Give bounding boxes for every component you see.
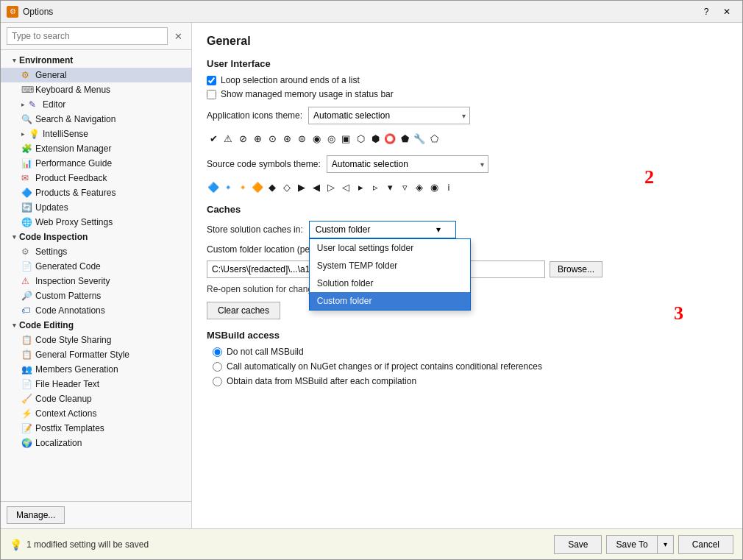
show-memory-label[interactable]: Show managed memory usage in status bar [221, 89, 394, 99]
store-caches-dropdown-button[interactable]: Custom folder ▾ [309, 221, 456, 238]
preview-icon-10: ▣ [339, 132, 352, 145]
msbuild-obtain-data-label[interactable]: Obtain data from MSBuild after each comp… [227, 376, 416, 386]
msbuild-auto-call-row: Call automatically on NuGet changes or i… [213, 361, 728, 372]
sidebar-item-formatter[interactable]: 📋 General Formatter Style [1, 347, 191, 362]
sidebar-item-search[interactable]: 🔍 Search & Navigation [1, 112, 191, 127]
msbuild-auto-call-radio[interactable] [213, 362, 222, 372]
sidebar-item-file-header[interactable]: 📄 File Header Text [1, 377, 191, 391]
source-symbols-row: Source code symbols theme: Automatic sel… [207, 155, 728, 173]
close-button[interactable]: ✕ [717, 4, 736, 20]
app-icons-row: Application icons theme: Automatic selec… [207, 107, 728, 124]
sym-icon-6: ◇ [280, 180, 294, 194]
sidebar-item-ci-settings[interactable]: ⚙ Settings [1, 244, 191, 259]
dropdown-item-solution-folder[interactable]: Solution folder [310, 274, 470, 292]
webproxy-icon: 🌐 [21, 217, 32, 227]
search-nav-icon: 🔍 [21, 114, 32, 124]
show-memory-row: Show managed memory usage in status bar [207, 89, 728, 99]
manage-button[interactable]: Manage... [7, 506, 65, 524]
dropdown-item-custom-folder[interactable]: Custom folder [310, 292, 470, 310]
browse-button[interactable]: Browse... [550, 261, 602, 277]
products-icon: 🔷 [21, 188, 32, 198]
msbuild-section: MSBuild access Do not call MSBuild Call … [207, 330, 728, 386]
show-memory-checkbox[interactable] [207, 90, 216, 99]
cancel-button[interactable]: Cancel [678, 535, 733, 554]
loop-selection-label[interactable]: Loop selection around ends of a list [221, 75, 360, 85]
sidebar-item-postfix[interactable]: 📝 Postfix Templates [1, 421, 191, 436]
sidebar-item-updates[interactable]: 🔄 Updates [1, 200, 191, 215]
sidebar-section-environment[interactable]: Environment [1, 53, 191, 68]
sym-icon-8: ◀ [310, 180, 323, 194]
loop-selection-row: Loop selection around ends of a list [207, 75, 728, 85]
help-button[interactable]: ? [697, 4, 716, 20]
sidebar-item-feedback[interactable]: ✉ Product Feedback [1, 171, 191, 185]
sym-icon-13: ▾ [383, 180, 397, 194]
formatter-icon: 📋 [21, 350, 32, 360]
sidebar-section-code-editing[interactable]: Code Editing [1, 318, 191, 333]
panel-title: General [207, 35, 728, 48]
preview-icon-9: ◎ [324, 132, 338, 145]
sidebar-item-code-style[interactable]: 📋 Code Style Sharing [1, 333, 191, 347]
preview-icon-14: ⬟ [398, 132, 411, 145]
dropdown-item-system-temp[interactable]: System TEMP folder [310, 257, 470, 274]
save-button[interactable]: Save [554, 535, 602, 554]
sidebar-item-keyboard[interactable]: ⌨ Keyboard & Menus [1, 82, 191, 97]
sym-icon-1: 🔷 [207, 180, 220, 194]
msbuild-radio-group: Do not call MSBuild Call automatically o… [207, 347, 728, 386]
msbuild-auto-call-label[interactable]: Call automatically on NuGet changes or i… [227, 361, 542, 372]
sidebar-item-extension[interactable]: 🧩 Extension Manager [1, 141, 191, 156]
sym-icon-5: ◆ [266, 180, 279, 194]
sidebar-item-inspection-severity[interactable]: ⚠ Inspection Severity [1, 274, 191, 288]
save-to-dropdown-arrow[interactable]: ▾ [657, 535, 674, 554]
sidebar-item-intellisense[interactable]: 💡 IntelliSense [1, 127, 191, 141]
msbuild-no-call-label[interactable]: Do not call MSBuild [227, 347, 304, 357]
source-symbols-select[interactable]: Automatic selection Light Dark [327, 155, 488, 173]
preview-icon-7: ⊜ [295, 132, 308, 145]
msbuild-obtain-data-radio[interactable] [213, 377, 222, 386]
sidebar-item-localization[interactable]: 🌍 Localization [1, 436, 191, 450]
general-icon: ⚙ [21, 70, 32, 80]
sidebar-item-code-annotations[interactable]: 🏷 Code Annotations [1, 303, 191, 318]
updates-icon: 🔄 [21, 202, 32, 213]
msbuild-no-call-row: Do not call MSBuild [213, 347, 728, 357]
sidebar-item-custom-patterns[interactable]: 🔎 Custom Patterns [1, 288, 191, 303]
sidebar-tree: Environment ⚙ General ⌨ Keyboard & Menus… [1, 50, 191, 501]
sym-icon-9: ▷ [324, 180, 338, 194]
app-icons-preview: ✔ ⚠ ⊘ ⊕ ⊙ ⊛ ⊜ ◉ ◎ ▣ ⬡ ⬢ ⭕ ⬟ 🔧 ⬠ [207, 132, 728, 145]
sidebar-section-code-inspection[interactable]: Code Inspection [1, 230, 191, 244]
sidebar-item-members[interactable]: 👥 Members Generation [1, 362, 191, 377]
extension-icon: 🧩 [21, 143, 32, 154]
caches-section-title: Caches [207, 204, 728, 215]
sidebar-item-products[interactable]: 🔷 Products & Features [1, 185, 191, 200]
sidebar-item-cleanup[interactable]: 🧹 Code Cleanup [1, 391, 191, 406]
sym-icon-7: ▶ [295, 180, 308, 194]
options-window: ⚙ Options ? ✕ ✕ Environment ⚙ General [0, 0, 743, 560]
localization-icon: 🌍 [21, 438, 32, 448]
sidebar-item-context-actions[interactable]: ⚡ Context Actions [1, 406, 191, 421]
preview-icon-2: ⚠ [221, 132, 235, 145]
preview-icon-1: ✔ [207, 132, 220, 145]
sidebar-item-generated[interactable]: 📄 Generated Code [1, 259, 191, 274]
postfix-icon: 📝 [21, 423, 32, 433]
performance-icon: 📊 [21, 158, 32, 169]
sym-icon-16: ◉ [427, 180, 441, 194]
clear-caches-button[interactable]: Clear caches [207, 302, 280, 319]
preview-icon-3: ⊘ [236, 132, 249, 145]
codestyle-icon: 📋 [21, 335, 32, 345]
dropdown-item-user-local[interactable]: User local settings folder [310, 239, 470, 257]
sidebar-item-editor[interactable]: ✎ Editor [1, 97, 191, 112]
search-clear-button[interactable]: ✕ [171, 29, 185, 43]
source-symbols-select-wrapper: Automatic selection Light Dark [327, 155, 488, 173]
store-caches-dropdown-container: Custom folder ▾ User local settings fold… [309, 221, 456, 238]
sidebar-item-performance[interactable]: 📊 Performance Guide [1, 156, 191, 171]
search-input[interactable] [7, 27, 168, 45]
sym-icon-14: ▿ [398, 180, 411, 194]
bottom-info: 💡 1 modified setting will be saved [10, 539, 547, 550]
loop-selection-checkbox[interactable] [207, 76, 216, 85]
msbuild-no-call-radio[interactable] [213, 347, 222, 357]
sidebar-item-general[interactable]: ⚙ General [1, 68, 191, 82]
preview-icon-6: ⊛ [280, 132, 294, 145]
preview-icon-5: ⊙ [266, 132, 279, 145]
sidebar-item-webproxy[interactable]: 🌐 Web Proxy Settings [1, 215, 191, 230]
save-to-button[interactable]: Save To [606, 535, 656, 554]
app-icons-select[interactable]: Automatic selection Light Dark [308, 107, 470, 124]
